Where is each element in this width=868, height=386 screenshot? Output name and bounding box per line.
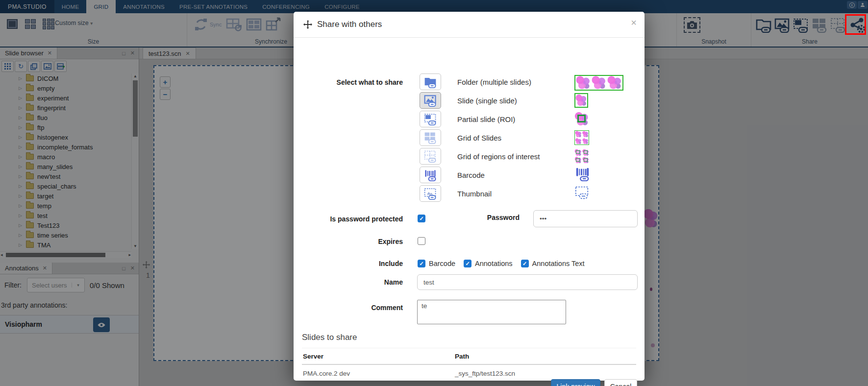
thumbnail-link-icon <box>423 187 437 200</box>
move-icon <box>303 20 312 29</box>
slide-preview <box>574 93 588 108</box>
share-type-grid-label: Grid of Slides <box>457 129 572 146</box>
password-protected-label: Is password protected <box>294 215 403 223</box>
grid-link-icon <box>423 131 437 144</box>
share-type-grid-roi-button[interactable] <box>420 148 441 165</box>
share-dialog: Share with others × Select what to share… <box>294 12 645 381</box>
include-annotations-label: Annotations <box>475 260 513 267</box>
include-label: Include <box>294 260 403 267</box>
share-type-grid-button[interactable] <box>420 129 441 146</box>
table-header-row: Server Path <box>302 348 636 365</box>
slide-link-icon <box>423 94 437 107</box>
grid-roi-link-icon <box>423 150 437 163</box>
share-type-folder-label: Folder (multiple slides) <box>457 73 572 90</box>
name-label: Name <box>294 278 403 286</box>
folder-link-icon <box>423 75 437 88</box>
roi-link-icon <box>423 113 437 125</box>
path-column-header: Path <box>455 353 469 360</box>
password-label: Password <box>458 214 520 221</box>
folder-preview <box>574 75 623 91</box>
grid-roi-preview <box>574 149 589 164</box>
comment-textarea[interactable] <box>417 300 566 324</box>
include-barcode-label: Barcode <box>429 260 455 267</box>
slides-table: Server Path PMA.core.2 dev _sys_ftp/test… <box>302 348 636 382</box>
comment-label: Comment <box>294 304 403 312</box>
include-annotations-option[interactable]: ✓Annotations <box>464 260 513 267</box>
barcode-preview <box>574 167 590 183</box>
roi-box <box>577 115 586 122</box>
share-dialog-body: Select what to share Folder (multiple sl… <box>294 38 645 381</box>
share-type-roi-button[interactable] <box>420 111 441 127</box>
path-cell: _sys_ftp/test123.scn <box>455 370 515 377</box>
share-type-slide-button[interactable] <box>420 92 441 109</box>
share-type-slide-label: Slide (single slide) <box>457 92 572 109</box>
share-type-barcode-button[interactable] <box>420 167 441 183</box>
select-what-label: Select what to share <box>294 78 403 86</box>
dialog-title: Share with others <box>317 20 382 29</box>
server-column-header: Server <box>302 353 455 360</box>
slides-to-share-heading: Slides to share <box>302 333 357 342</box>
share-type-thumbnail-button[interactable] <box>420 185 441 202</box>
share-type-roi-label: Partial slide (ROI) <box>457 111 572 127</box>
barcode-checkbox[interactable]: ✓ <box>418 260 425 267</box>
server-cell: PMA.core.2 dev <box>302 370 455 377</box>
include-annotations-text-label: Annotations Text <box>532 260 585 267</box>
include-barcode-option[interactable]: ✓Barcode <box>418 260 455 267</box>
pma-studio-window: PMA.STUDIO HOME GRID ANNOTATIONS PRE-SET… <box>0 0 868 386</box>
link-preview-button[interactable]: Link preview <box>551 379 600 386</box>
include-annotations-text-option[interactable]: ✓Annotations Text <box>521 260 585 267</box>
close-dialog-button[interactable]: × <box>631 18 637 27</box>
share-dialog-header[interactable]: Share with others × <box>294 12 645 38</box>
share-type-barcode-label: Barcode <box>457 167 572 183</box>
include-options: ✓Barcode ✓Annotations ✓Annotations Text <box>418 260 585 267</box>
roi-preview <box>574 112 589 126</box>
annotations-checkbox[interactable]: ✓ <box>464 260 471 267</box>
share-type-grid-roi-label: Grid of regions of interest <box>457 148 572 165</box>
share-type-folder-button[interactable] <box>420 73 441 90</box>
cancel-button[interactable]: Cancel <box>604 379 637 386</box>
expires-checkbox[interactable] <box>418 237 425 245</box>
share-type-thumbnail-label: Thumbnail <box>457 185 572 202</box>
grid-preview <box>574 130 589 145</box>
thumbnail-preview <box>574 186 589 201</box>
name-input[interactable] <box>417 274 638 290</box>
annotations-text-checkbox[interactable]: ✓ <box>521 260 529 267</box>
expires-label: Expires <box>294 238 403 245</box>
barcode-link-icon <box>423 169 437 181</box>
password-protected-checkbox[interactable]: ✓ <box>418 215 425 222</box>
password-input[interactable] <box>533 210 638 227</box>
